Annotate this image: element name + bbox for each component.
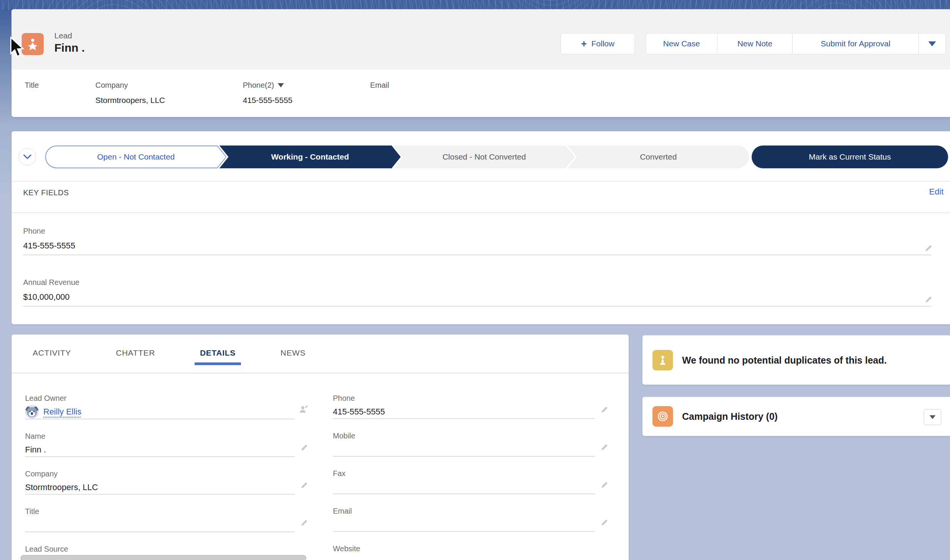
divider [12, 373, 629, 373]
field-underline [333, 494, 595, 494]
follow-button[interactable]: + Follow [560, 33, 635, 54]
field-mobile-value [333, 441, 595, 456]
chevron-down-icon [928, 41, 936, 46]
field-title-value [25, 516, 295, 532]
highlight-phone-label[interactable]: Phone(2) [243, 80, 293, 90]
field-phone-value: 415-555-5555 [333, 403, 595, 418]
tab-chatter[interactable]: CHATTER [116, 348, 155, 371]
field-underline [23, 306, 931, 307]
detail-right-column: Phone 415-555-5555 Mobile Fax Email Webs… [333, 393, 595, 560]
stage-label: Closed - Not Converted [442, 152, 526, 161]
campaign-history-title: Campaign History (0) [682, 411, 777, 422]
stage-label: Open - Not Contacted [45, 146, 226, 168]
edit-pencil-icon[interactable] [300, 519, 309, 528]
horizontal-scrollbar-thumb[interactable] [21, 555, 306, 560]
follow-button-label: Follow [591, 39, 614, 48]
mark-as-current-status-button[interactable]: Mark as Current Status [752, 146, 948, 168]
lead-highlights-panel: Lead Finn . + Follow New Case New Note S… [11, 9, 950, 117]
header-action-buttons: + Follow New Case New Note Submit for Ap… [560, 33, 946, 54]
edit-pencil-icon[interactable] [925, 295, 933, 305]
field-lead-owner-value: Reilly Ellis [25, 403, 295, 419]
edit-pencil-icon[interactable] [300, 443, 309, 453]
campaign-history-dropdown-button[interactable] [924, 409, 941, 425]
highlights-row: Title Company Stormtroopers, LLC Phone(2… [12, 70, 950, 117]
campaign-history-card: Campaign History (0) [642, 397, 950, 436]
tab-details[interactable]: DETAILS [200, 348, 236, 371]
highlight-email: Email [370, 80, 389, 95]
header-top-section: Lead Finn . + Follow New Case New Note S… [12, 9, 950, 70]
detail-tabs: ACTIVITY CHATTER DETAILS NEWS [33, 348, 306, 371]
field-name-label: Name [25, 431, 295, 441]
duplicates-icon [652, 350, 673, 370]
path-stage-working-contacted[interactable]: Working - Contacted [219, 146, 401, 168]
chevron-down-icon [929, 415, 936, 419]
owner-avatar [25, 405, 39, 419]
field-phone-label: Phone [333, 393, 595, 403]
field-website-label: Website [333, 544, 595, 554]
field-underline [333, 418, 595, 419]
field-lead-source-label: Lead Source [25, 544, 295, 554]
lead-object-icon [22, 33, 44, 55]
stage-label: Converted [640, 152, 677, 161]
edit-pencil-icon[interactable] [600, 518, 609, 528]
field-underline [25, 494, 295, 495]
field-underline [23, 255, 931, 255]
field-lead-owner-label: Lead Owner [25, 393, 295, 403]
record-type-label: Lead [54, 31, 85, 41]
field-underline [333, 531, 595, 532]
new-case-button[interactable]: New Case [646, 33, 717, 54]
field-phone: Phone 415-555-5555 [333, 393, 595, 419]
field-underline [25, 419, 295, 419]
field-lead-owner: Lead Owner Reilly Ellis [25, 393, 295, 419]
record-title-block: Lead Finn . [54, 31, 85, 55]
field-underline [25, 456, 295, 457]
field-mobile-label: Mobile [333, 431, 595, 441]
edit-pencil-icon[interactable] [300, 481, 309, 491]
tab-news[interactable]: NEWS [280, 348, 306, 371]
field-website: Website [333, 544, 595, 560]
field-fax: Fax [333, 468, 595, 494]
highlight-email-label: Email [370, 80, 389, 90]
path-stage-converted[interactable]: Converted [568, 146, 749, 168]
path-collapse-button[interactable] [19, 148, 36, 166]
highlight-phone: Phone(2) 415-555-5555 [243, 80, 293, 106]
plus-icon: + [581, 40, 587, 47]
field-email-label: Email [333, 506, 595, 516]
field-website-value [333, 554, 595, 560]
divider [12, 212, 950, 213]
duplicates-message: We found no potential duplicates of this… [682, 354, 933, 367]
edit-pencil-icon[interactable] [600, 443, 609, 453]
field-company-value: Stormtroopers, LLC [25, 479, 295, 494]
path-stage-closed-not-converted[interactable]: Closed - Not Converted [394, 146, 575, 168]
record-detail-panel: ACTIVITY CHATTER DETAILS NEWS Lead Owner… [11, 334, 629, 560]
edit-pencil-icon[interactable] [600, 405, 609, 415]
field-fax-value [333, 478, 595, 494]
field-title: Title [25, 506, 295, 532]
edit-pencil-icon[interactable] [925, 244, 933, 254]
sales-path: Open - Not Contacted Working - Contacted… [45, 146, 749, 168]
highlight-company: Company Stormtroopers, LLC [95, 80, 165, 106]
key-field-phone: Phone 415-555-5555 [23, 226, 931, 255]
field-name-value: Finn . [25, 441, 295, 456]
field-email-value [333, 516, 595, 531]
tab-activity[interactable]: ACTIVITY [33, 348, 71, 371]
campaign-icon [652, 406, 673, 427]
key-field-phone-value: 415-555-5555 [23, 240, 931, 252]
edit-link[interactable]: Edit [929, 187, 944, 197]
highlight-company-label: Company [95, 80, 165, 90]
field-name: Name Finn . [25, 431, 295, 457]
path-stage-open-not-contacted[interactable]: Open - Not Contacted [45, 146, 226, 168]
field-company-label: Company [25, 469, 295, 479]
new-note-button[interactable]: New Note [717, 33, 792, 54]
highlight-phone-value: 415-555-5555 [243, 95, 293, 106]
highlight-title-label: Title [25, 80, 39, 90]
field-title-label: Title [25, 506, 295, 516]
edit-pencil-icon[interactable] [600, 481, 609, 490]
more-actions-dropdown-button[interactable] [918, 33, 946, 54]
submit-for-approval-button[interactable]: Submit for Approval [792, 33, 918, 54]
change-owner-icon[interactable] [299, 405, 309, 416]
key-field-annual-revenue-label: Annual Revenue [23, 278, 931, 287]
field-fax-label: Fax [333, 468, 595, 478]
owner-link[interactable]: Reilly Ellis [43, 406, 81, 418]
key-fields-heading: KEY FIELDS [23, 188, 69, 197]
